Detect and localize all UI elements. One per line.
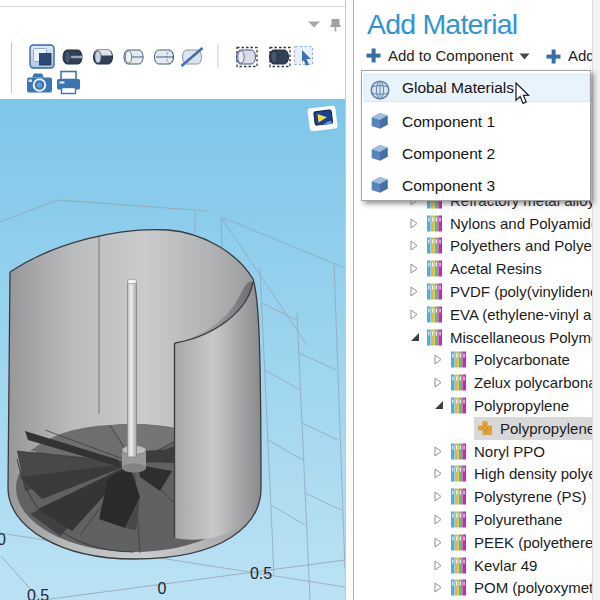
svg-text:0: 0 bbox=[158, 580, 167, 597]
svg-text:0.5: 0.5 bbox=[27, 587, 49, 600]
svg-text:0.5: 0.5 bbox=[250, 565, 272, 582]
svg-text:0: 0 bbox=[0, 531, 6, 548]
